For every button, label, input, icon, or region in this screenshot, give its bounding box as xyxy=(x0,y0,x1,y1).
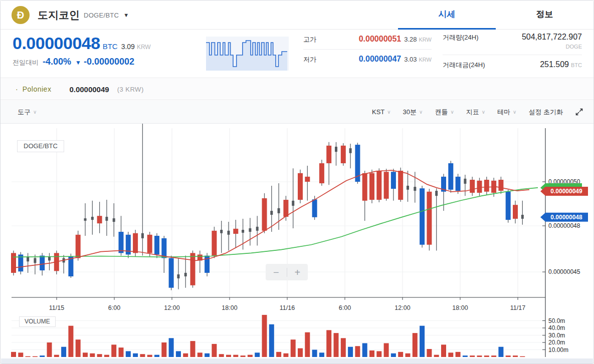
svg-text:0.00000048: 0.00000048 xyxy=(548,222,580,229)
high-converted: 3.28 xyxy=(404,36,417,43)
coin-name: 도지코인 xyxy=(38,8,80,22)
low-row: 저가 0.00000047 3.03 KRW xyxy=(303,55,432,64)
chevron-down-icon[interactable]: ▼ xyxy=(123,12,129,18)
svg-text:0.00000049: 0.00000049 xyxy=(550,188,582,195)
chart-toolbar: 도구 ∨ KST ∨ 30분 ∨ 캔들 ∨ 지표 ∨ 테마 ∨ xyxy=(1,101,593,124)
page-bottom-strip xyxy=(1,358,593,364)
svg-text:30.0m: 30.0m xyxy=(548,332,565,339)
ticker-summary: 0.00000048 BTC 3.09 KRW 전일대비 -4.00% ▼ -0… xyxy=(1,30,593,78)
low-price: 0.00000047 xyxy=(359,55,402,64)
interval-select[interactable]: 30분 ∨ xyxy=(403,108,423,117)
theme-label: 테마 xyxy=(497,108,510,117)
volume-panel-badge: VOLUME xyxy=(19,316,56,327)
low-label: 저가 xyxy=(303,55,316,64)
turnover-value: 251.509 xyxy=(540,60,569,69)
price-unit: BTC xyxy=(103,42,118,51)
candle-type-select[interactable]: 캔들 ∨ xyxy=(435,108,454,117)
toolbar-right-group: KST ∨ 30분 ∨ 캔들 ∨ 지표 ∨ 테마 ∨ 설정 초기화 xyxy=(372,108,583,117)
header: Đ 도지코인 DOGE/BTC ▼ 시세 정보 xyxy=(1,1,593,30)
zoom-out-button[interactable]: − xyxy=(266,267,287,277)
change-label: 전일대비 xyxy=(13,58,39,67)
change-percent: -4.00% xyxy=(43,57,71,67)
chart-zoom-controls: − + xyxy=(266,264,308,280)
reference-exchange-row: · Poloniex 0.00000049 (3 KRW) xyxy=(1,79,593,100)
change-row: 전일대비 -4.00% ▼ -0.00000002 xyxy=(13,57,134,67)
low-converted-unit: KRW xyxy=(419,57,432,63)
price-chart[interactable]: 11/156:0012:0018:0011/166:0012:0018:0011… xyxy=(1,124,594,364)
high-price: 0.00000051 xyxy=(359,35,402,44)
chart-symbol-badge: DOGE/BTC xyxy=(17,140,64,152)
reset-settings-button[interactable]: 설정 초기화 xyxy=(528,108,563,117)
svg-text:12:00: 12:00 xyxy=(394,304,410,311)
indicator-label: 지표 xyxy=(466,108,479,117)
turnover-row: 거래대금(24H) 251.509 BTC xyxy=(443,60,582,70)
dogecoin-logo-icon: Đ xyxy=(12,6,30,24)
theme-select[interactable]: 테마 ∨ xyxy=(497,108,516,117)
svg-text:18:00: 18:00 xyxy=(452,304,468,311)
indicator-select[interactable]: 지표 ∨ xyxy=(466,108,485,117)
coin-trading-page: Đ 도지코인 DOGE/BTC ▼ 시세 정보 0.00000048 BTC 3… xyxy=(0,0,594,364)
current-price: 0.00000048 xyxy=(13,34,100,53)
price-sparkline xyxy=(206,37,289,71)
svg-text:11/17: 11/17 xyxy=(510,304,525,311)
turnover-unit: BTC xyxy=(571,62,582,68)
svg-text:0.00000048: 0.00000048 xyxy=(550,214,582,221)
high-low-stats: 고가 0.00000051 3.28 KRW 저가 0.00000047 3.0… xyxy=(303,35,432,64)
converted-unit: KRW xyxy=(137,44,151,51)
timezone-select[interactable]: KST ∨ xyxy=(372,108,391,116)
svg-text:50.0m: 50.0m xyxy=(548,317,565,324)
fullscreen-icon[interactable] xyxy=(575,108,583,116)
coin-pair: DOGE/BTC xyxy=(84,12,119,19)
svg-text:11/16: 11/16 xyxy=(280,304,295,311)
tools-label: 도구 xyxy=(18,108,31,117)
high-label: 고가 xyxy=(303,35,316,44)
volume-label: 거래량(24H) xyxy=(443,33,479,42)
svg-text:6:00: 6:00 xyxy=(339,304,351,311)
divider xyxy=(303,49,432,50)
converted-price: 3.09 xyxy=(121,43,135,51)
chevron-down-icon: ∨ xyxy=(33,109,37,115)
volume-row: 거래량(24H) 504,817,722.907 xyxy=(443,33,582,42)
tab-bar: 시세 정보 xyxy=(398,1,593,30)
volume-value: 504,817,722.907 xyxy=(522,33,582,42)
tools-select[interactable]: 도구 ∨ xyxy=(18,108,37,117)
bullet-icon: · xyxy=(16,85,18,93)
reference-price: 0.00000049 xyxy=(69,85,109,94)
high-converted-unit: KRW xyxy=(419,37,432,43)
coin-selector[interactable]: Đ 도지코인 DOGE/BTC ▼ xyxy=(12,1,129,30)
down-arrow-icon: ▼ xyxy=(75,59,81,66)
zoom-in-button[interactable]: + xyxy=(287,267,308,277)
tab-info[interactable]: 정보 xyxy=(496,1,593,30)
svg-text:40.0m: 40.0m xyxy=(548,324,565,331)
chevron-down-icon: ∨ xyxy=(482,109,485,115)
svg-text:6:00: 6:00 xyxy=(108,304,120,311)
chevron-down-icon: ∨ xyxy=(419,109,423,115)
tab-price[interactable]: 시세 xyxy=(398,1,496,30)
change-amount: -0.00000002 xyxy=(84,57,134,67)
svg-text:0.00000045: 0.00000045 xyxy=(548,268,580,275)
svg-text:18:00: 18:00 xyxy=(222,304,237,311)
svg-text:11/15: 11/15 xyxy=(49,304,64,311)
timezone-label: KST xyxy=(372,108,384,116)
volume-stats: 거래량(24H) 504,817,722.907 DOGE 거래대금(24H) … xyxy=(443,33,582,70)
low-converted: 3.03 xyxy=(404,56,417,63)
svg-text:12:00: 12:00 xyxy=(164,304,179,311)
reference-converted: (3 KRW) xyxy=(117,86,144,93)
chevron-down-icon: ∨ xyxy=(513,109,516,115)
turnover-label: 거래대금(24H) xyxy=(443,61,485,70)
chevron-down-icon: ∨ xyxy=(387,109,390,115)
reference-exchange[interactable]: Poloniex xyxy=(23,85,52,93)
chevron-down-icon: ∨ xyxy=(450,109,454,115)
current-price-row: 0.00000048 BTC 3.09 KRW xyxy=(13,34,151,53)
interval-label: 30분 xyxy=(403,108,417,117)
volume-unit: DOGE xyxy=(443,44,582,50)
high-row: 고가 0.00000051 3.28 KRW xyxy=(303,35,432,44)
candle-type-label: 캔들 xyxy=(435,108,448,117)
svg-text:20.0m: 20.0m xyxy=(548,339,565,346)
divider xyxy=(443,55,582,55)
svg-text:10.00m: 10.00m xyxy=(548,346,568,353)
